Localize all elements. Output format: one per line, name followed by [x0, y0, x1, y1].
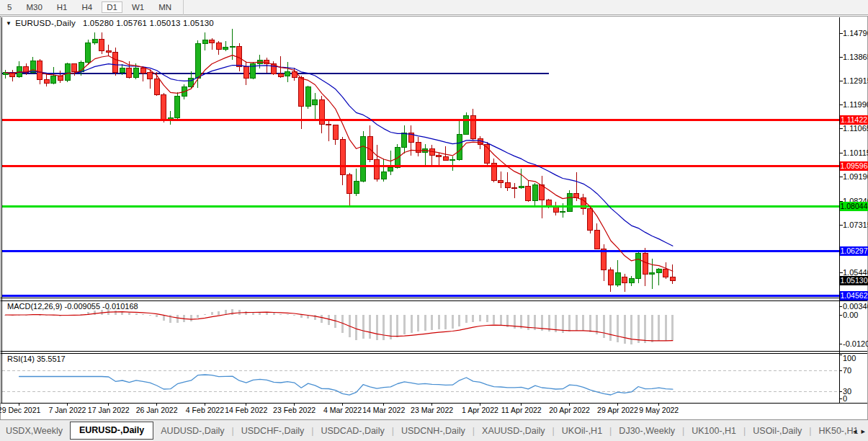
tab-usoil-daily[interactable]: USOil-,Daily	[736, 426, 802, 436]
macd-indicator-label: MACD(12,26,9) -0.009055 -0.010168	[7, 302, 138, 311]
price-axis-tick: 1.11065	[843, 124, 868, 133]
macd-axis-tick: 0.00	[843, 311, 858, 319]
tab-xauusd-daily[interactable]: XAUUSD-,Daily	[465, 426, 545, 436]
tab-dj30-weekly[interactable]: DJ30-,Weekly	[602, 426, 675, 436]
date-axis-tick: 4 Mar 2022	[323, 406, 362, 414]
tab-uk100-h1[interactable]: UK100-,H1	[675, 426, 736, 436]
date-axis-tick: 14 Mar 2022	[362, 406, 405, 414]
rsi-name: RSI(14)	[7, 355, 35, 363]
tab-usdcnh-daily[interactable]: USDCNH-,Daily	[385, 426, 465, 436]
tab-usdchf-daily[interactable]: USDCHF-,Daily	[224, 426, 304, 436]
rsi-indicator-label: RSI(14) 35.5517	[7, 355, 66, 363]
tab-hk50-h1[interactable]: HK50-,H1	[802, 426, 858, 436]
macd-axis-tick: -0.01205	[843, 339, 868, 348]
price-axis-tick: 1.07315	[843, 220, 868, 229]
tab-usdcad-daily[interactable]: USDCAD-,Daily	[304, 426, 384, 436]
price-tag-1.06297: 1.06297	[840, 246, 868, 256]
current-price-tag: 1.05130	[840, 276, 868, 285]
rsi-axis-tick: 0	[843, 394, 847, 403]
price-axis-tick: 1.12915	[843, 76, 868, 85]
price-axis-tick: 1.09190	[843, 172, 868, 181]
macd-histogram	[4, 309, 674, 344]
price-tag-1.04562: 1.04562	[840, 291, 868, 300]
date-axis-tick: 1 Apr 2022	[462, 406, 498, 414]
price-axis-tick: 1.14790	[843, 29, 868, 37]
date-axis-tick: 20 Apr 2022	[549, 406, 590, 414]
price-tag-1.09596: 1.09596	[840, 161, 868, 171]
date-axis-tick: 29 Apr 2022	[597, 406, 638, 414]
rsi-line	[19, 375, 673, 395]
tab-audusd-daily[interactable]: AUDUSD-,Daily	[161, 426, 224, 436]
date-axis-tick: 29 Dec 2021	[0, 406, 40, 414]
symbol-tab-bar: USDX,WeeklyEURUSD-,DailyAUDUSD-,DailyUSD…	[0, 419, 868, 441]
symbol-dropdown-icon[interactable]: ▼	[6, 20, 12, 27]
ema-slow-line	[6, 64, 673, 246]
tab-eurusd-daily[interactable]: EURUSD-,Daily	[70, 422, 153, 440]
tab-scroll-left-icon[interactable]: ◂	[853, 427, 857, 436]
date-axis-tick: 23 Feb 2022	[273, 406, 316, 414]
date-axis-tick: 4 Feb 2022	[186, 406, 224, 414]
date-axis-tick: 9 May 2022	[639, 406, 679, 414]
price-tag-1.11422: 1.11422	[840, 115, 868, 125]
macd-name: MACD(12,26,9)	[7, 302, 62, 311]
macd-values: -0.009055 -0.010168	[64, 302, 138, 311]
chart-canvas[interactable]	[0, 0, 868, 441]
date-axis-tick: 23 Mar 2022	[411, 406, 453, 414]
macd-axis-tick: 0.003408	[843, 302, 868, 311]
date-axis-tick: 26 Jan 2022	[136, 406, 178, 414]
date-axis-tick: 14 Feb 2022	[225, 406, 267, 414]
price-axis-tick: 1.10115	[843, 148, 868, 157]
chart-symbol-label: EURUSD-,Daily	[15, 19, 76, 27]
chart-title: ▼EURUSD-,Daily1.05280 1.05761 1.05013 1.…	[6, 19, 214, 27]
candles-layer	[3, 29, 675, 292]
date-axis-tick: 11 Apr 2022	[501, 406, 542, 414]
macd-signal-line	[6, 312, 673, 341]
tab-ukoil-h1[interactable]: UKOil-,H1	[545, 426, 603, 436]
price-tag-1.08044: 1.08044	[840, 202, 868, 211]
tab-scroll-right-icon[interactable]: ▸	[861, 427, 865, 436]
chart-ohlc-values: 1.05280 1.05761 1.05013 1.05130	[83, 19, 214, 27]
rsi-value: 35.5517	[37, 355, 66, 363]
date-axis-tick: 17 Jan 2022	[88, 406, 130, 414]
tab-scroll-controls: ◂ ▸	[853, 420, 865, 441]
price-axis-tick: 1.13865	[843, 53, 868, 61]
date-axis-tick: 7 Jan 2022	[48, 406, 86, 414]
tab-usdx-weekly[interactable]: USDX,Weekly	[6, 426, 63, 436]
price-axis-tick: 1.11990	[843, 100, 868, 109]
rsi-axis-tick: 70	[843, 366, 851, 375]
rsi-axis-tick: 100	[843, 354, 856, 362]
ema-fast-line	[6, 55, 673, 272]
trading-platform-window: 5M30H1H4D1W1MN ▼EURUSD-,Daily1.05280 1.0…	[0, 0, 868, 441]
